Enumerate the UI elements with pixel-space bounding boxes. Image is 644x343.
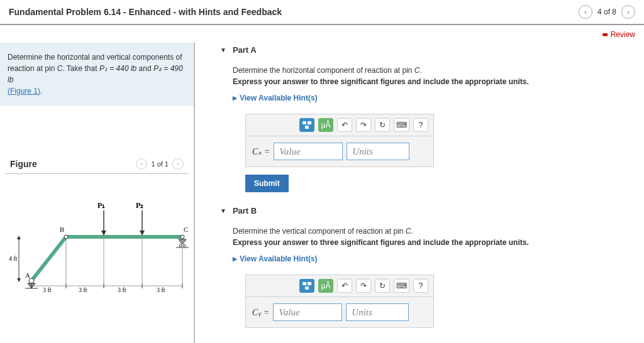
svg-rect-30 xyxy=(308,282,311,285)
figure-header: Figure ‹ 1 of 1 › xyxy=(5,150,189,174)
svg-rect-31 xyxy=(305,286,309,290)
svg-rect-29 xyxy=(303,282,306,285)
caret-down-icon: ▼ xyxy=(220,207,226,214)
svg-marker-12 xyxy=(140,231,145,236)
svg-line-0 xyxy=(31,237,66,281)
part-a-submit-button[interactable]: Submit xyxy=(245,175,289,192)
caret-down-icon: ▼ xyxy=(220,46,226,53)
dim-3ft-3: 3 ft xyxy=(118,286,126,293)
part-b-answer-box: µÅ ↶ ↷ ↻ ⌨ ? Cᵧ = Value Units xyxy=(245,275,434,328)
figure-diagram: A B C P₁ P₂ xyxy=(0,174,194,295)
part-a-prompt: Determine the horizontal component of re… xyxy=(233,66,629,75)
label-p1: P₁ xyxy=(97,201,105,210)
help-button[interactable]: ? xyxy=(413,279,428,293)
dim-3ft-1: 3 ft xyxy=(43,286,52,293)
intro-mid: . Take that xyxy=(62,64,99,73)
figure-prev-button[interactable]: ‹ xyxy=(136,158,147,170)
part-b-toolbar: µÅ ↶ ↷ ↻ ⌨ ? xyxy=(246,275,433,297)
page-indicator: 4 of 8 xyxy=(597,8,616,16)
figure-counter: 1 of 1 xyxy=(151,160,169,168)
dim-3ft-4: 3 ft xyxy=(157,286,165,293)
part-b-instructions: Express your answer to three significant… xyxy=(233,238,629,247)
redo-icon[interactable]: ↷ xyxy=(356,279,371,293)
keyboard-icon[interactable]: ⌨ xyxy=(394,279,409,293)
part-a-units-input[interactable]: Units xyxy=(347,143,409,160)
svg-point-4 xyxy=(64,235,68,239)
problem-statement: Determine the horizontal and vertical co… xyxy=(0,43,194,106)
page-nav: ‹ 4 of 8 › xyxy=(579,5,635,19)
figure-link[interactable]: (Figure 1) xyxy=(8,87,40,95)
part-b-label: Part B xyxy=(233,206,257,215)
svg-marker-10 xyxy=(101,231,106,236)
svg-rect-27 xyxy=(308,121,311,124)
special-chars-button[interactable]: µÅ xyxy=(318,118,333,132)
part-b-value-input[interactable]: Value xyxy=(273,303,342,321)
review-link[interactable]: Review xyxy=(602,30,635,39)
prev-page-button[interactable]: ‹ xyxy=(579,5,592,19)
part-a-label: Part A xyxy=(233,45,257,55)
part-b-input-row: Cᵧ = Value Units xyxy=(246,297,433,327)
label-a: A xyxy=(25,271,30,279)
right-panel: ▼ Part A Determine the horizontal compon… xyxy=(195,43,644,343)
svg-rect-28 xyxy=(305,126,309,129)
part-b-prompt: Determine the vertical component of reac… xyxy=(233,227,629,236)
left-panel: Determine the horizontal and vertical co… xyxy=(0,43,195,343)
dim-3ft-2: 3 ft xyxy=(79,286,87,293)
dim-4ft: 4 ft xyxy=(9,255,18,262)
part-b-variable: Cᵧ = xyxy=(252,307,269,318)
part-b-units-input[interactable]: Units xyxy=(346,303,409,321)
next-page-button[interactable]: › xyxy=(621,5,635,19)
main-content: Determine the horizontal and vertical co… xyxy=(0,43,644,343)
part-a-answer-box: µÅ ↶ ↷ ↻ ⌨ ? Cₓ = Value Units xyxy=(245,114,434,167)
figure-next-button[interactable]: › xyxy=(172,158,184,170)
figure-nav: ‹ 1 of 1 › xyxy=(136,158,184,170)
intro-and: and xyxy=(136,64,153,73)
review-bar: Review xyxy=(0,25,644,43)
part-b-header[interactable]: ▼ Part B xyxy=(220,204,629,220)
intro-period: . xyxy=(40,87,42,95)
part-a: ▼ Part A Determine the horizontal compon… xyxy=(220,43,629,192)
part-a-input-row: Cₓ = Value Units xyxy=(246,136,433,166)
p1-expr: P₁ = 440 lb xyxy=(99,64,136,73)
page-title: Fundamental Problem 6.14 - Enhanced - wi… xyxy=(9,7,282,17)
svg-rect-26 xyxy=(303,121,306,124)
templates-icon[interactable] xyxy=(299,279,314,293)
reset-icon[interactable]: ↻ xyxy=(375,118,390,132)
part-a-value-input[interactable]: Value xyxy=(274,143,343,160)
help-button[interactable]: ? xyxy=(413,118,428,132)
svg-marker-15 xyxy=(17,278,21,282)
svg-point-5 xyxy=(180,235,184,239)
label-b: B xyxy=(60,226,64,233)
keyboard-icon[interactable]: ⌨ xyxy=(394,118,409,132)
part-a-instructions: Express your answer to three significant… xyxy=(233,77,629,86)
reset-icon[interactable]: ↻ xyxy=(375,279,390,293)
undo-icon[interactable]: ↶ xyxy=(337,118,352,132)
part-a-variable: Cₓ = xyxy=(252,146,270,157)
label-p2: P₂ xyxy=(136,201,143,210)
part-b-hints-link[interactable]: View Available Hint(s) xyxy=(233,254,318,263)
figure-title: Figure xyxy=(10,159,37,169)
svg-point-6 xyxy=(179,244,182,247)
special-chars-button[interactable]: µÅ xyxy=(318,279,333,293)
part-a-hints-link[interactable]: View Available Hint(s) xyxy=(233,94,318,102)
svg-point-7 xyxy=(183,244,186,247)
label-c: C xyxy=(184,226,188,233)
part-b: ▼ Part B Determine the vertical componen… xyxy=(220,204,629,328)
templates-icon[interactable] xyxy=(299,118,314,132)
svg-point-2 xyxy=(29,278,34,283)
page-header: Fundamental Problem 6.14 - Enhanced - wi… xyxy=(0,0,644,25)
redo-icon[interactable]: ↷ xyxy=(356,118,371,132)
svg-marker-14 xyxy=(17,236,21,239)
part-a-toolbar: µÅ ↶ ↷ ↻ ⌨ ? xyxy=(246,114,433,136)
undo-icon[interactable]: ↶ xyxy=(337,279,352,293)
part-a-header[interactable]: ▼ Part A xyxy=(220,43,629,60)
